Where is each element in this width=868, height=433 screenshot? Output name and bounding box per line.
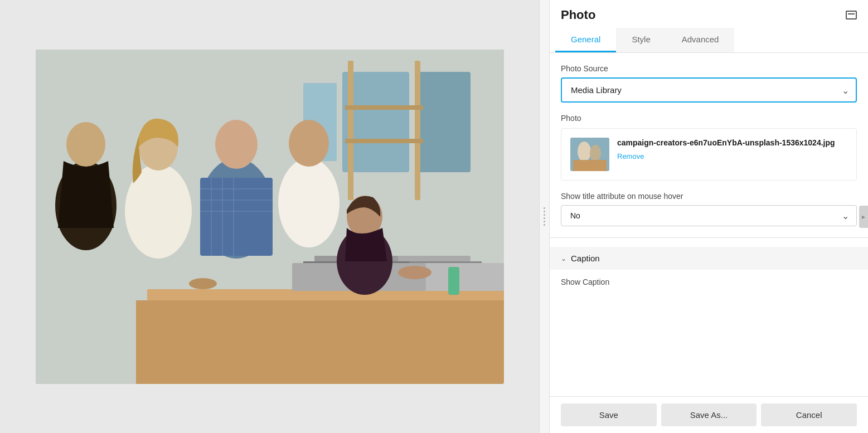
svg-point-31	[289, 120, 329, 167]
svg-point-37	[578, 142, 591, 162]
hover-section: Show title attribute on mouse hover No Y…	[561, 192, 857, 226]
drag-dot	[544, 214, 545, 216]
svg-point-35	[189, 278, 217, 289]
canvas-area	[0, 0, 539, 433]
svg-rect-6	[345, 105, 423, 110]
svg-rect-5	[415, 61, 420, 200]
drag-handle[interactable]	[540, 0, 550, 433]
save-button[interactable]: Save	[561, 403, 657, 426]
tab-advanced[interactable]: Advanced	[666, 28, 735, 52]
photo-field-label: Photo	[561, 114, 857, 123]
photo-thumbnail	[570, 138, 609, 171]
preview-image	[36, 50, 504, 384]
resize-arrow-icon: ▸	[862, 213, 865, 221]
svg-point-34	[398, 266, 431, 279]
svg-rect-9	[136, 300, 504, 384]
minimize-icon[interactable]	[846, 11, 857, 20]
divider	[550, 237, 868, 238]
panel-title: Photo	[561, 8, 595, 22]
svg-point-38	[590, 145, 601, 162]
caption-title: Caption	[571, 254, 600, 263]
svg-point-22	[215, 120, 258, 169]
tab-general[interactable]: General	[555, 28, 616, 52]
caption-chevron-icon: ⌄	[561, 255, 566, 262]
caption-header[interactable]: ⌄ Caption	[550, 247, 868, 270]
drag-dot	[544, 207, 545, 209]
hover-select[interactable]: No Yes	[561, 205, 857, 226]
hover-select-wrapper: No Yes ⌄	[561, 205, 857, 226]
cancel-button[interactable]: Cancel	[761, 403, 857, 426]
photo-source-select-wrapper: Media Library URL None ⌄	[561, 77, 857, 103]
photo-source-select[interactable]: Media Library URL None	[561, 77, 857, 103]
photo-info: campaign-creators-e6n7uoEnYbA-unsplash-1…	[617, 138, 847, 161]
panel-content: Photo Source Media Library URL None ⌄ Ph…	[550, 53, 868, 396]
svg-point-30	[278, 158, 340, 247]
remove-photo-link[interactable]: Remove	[617, 152, 644, 160]
panel-resize-handle[interactable]: ▸	[859, 206, 868, 228]
photo-item: campaign-creators-e6n7uoEnYbA-unsplash-1…	[561, 128, 857, 181]
svg-point-18	[66, 122, 105, 167]
svg-rect-39	[573, 160, 607, 171]
hover-label: Show title attribute on mouse hover	[561, 192, 857, 201]
save-as-button[interactable]: Save As...	[661, 403, 757, 426]
caption-section: ⌄ Caption Show Caption	[561, 237, 857, 291]
svg-rect-4	[348, 61, 353, 200]
svg-rect-7	[345, 139, 423, 143]
photo-source-label: Photo Source	[561, 64, 857, 73]
tab-style[interactable]: Style	[616, 28, 666, 52]
photo-field: Photo campaign-creators-e6n7uoEnYbA-unsp…	[561, 114, 857, 181]
drag-dot	[544, 221, 545, 222]
drag-dot	[544, 217, 545, 219]
svg-rect-16	[448, 267, 459, 295]
svg-rect-2	[415, 72, 471, 172]
photo-filename: campaign-creators-e6n7uoEnYbA-unsplash-1…	[617, 138, 847, 149]
tabs-container: General Style Advanced	[550, 28, 868, 53]
panel-footer: Save Save As... Cancel	[550, 396, 868, 433]
drag-dot	[544, 224, 545, 226]
photo-source-field: Photo Source Media Library URL None ⌄	[561, 64, 857, 103]
properties-panel: Photo General Style Advanced Photo Sourc…	[539, 0, 868, 433]
drag-dot	[544, 211, 545, 212]
panel-header: Photo	[550, 0, 868, 22]
photo-preview	[36, 50, 504, 384]
show-caption-label: Show Caption	[561, 278, 857, 291]
